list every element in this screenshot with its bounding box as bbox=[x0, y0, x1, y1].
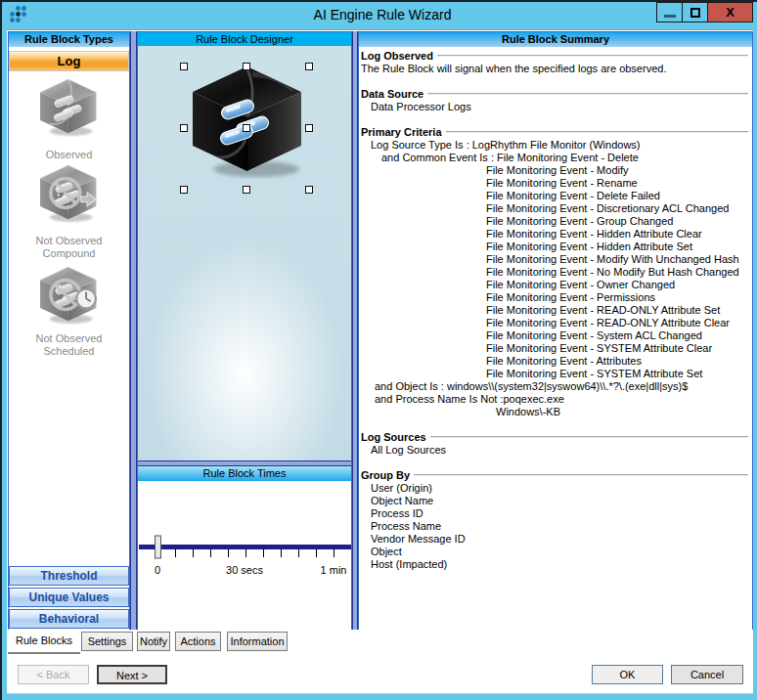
svg-text:0: 0 bbox=[155, 564, 160, 576]
svg-text:1 min: 1 min bbox=[321, 564, 347, 576]
svg-text:30 secs: 30 secs bbox=[226, 564, 263, 576]
